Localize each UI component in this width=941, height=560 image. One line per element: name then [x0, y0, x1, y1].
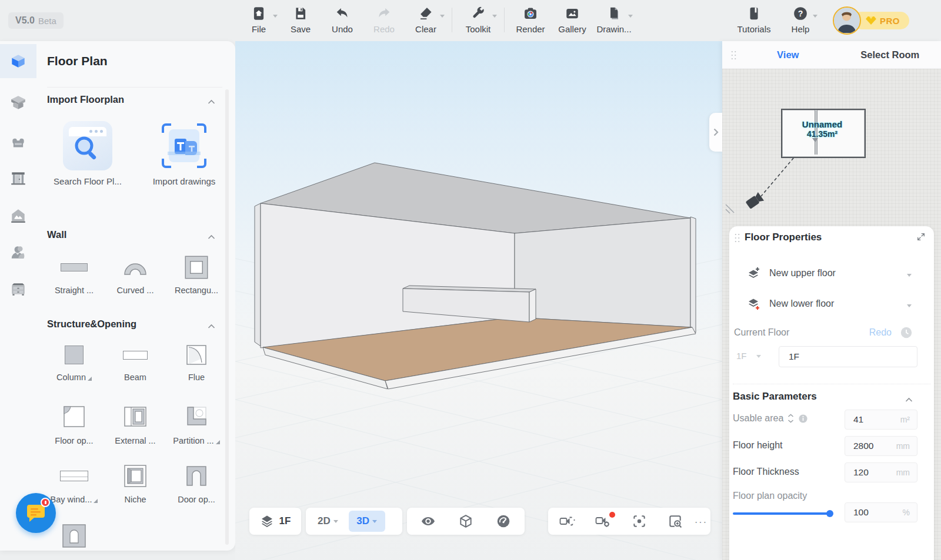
- item-door-opening[interactable]: Door op...: [167, 462, 226, 504]
- history-clock-icon[interactable]: [900, 326, 913, 341]
- undo-button[interactable]: Undo: [323, 4, 361, 34]
- chevron-down-icon[interactable]: [756, 355, 761, 358]
- orbit-cube-button[interactable]: [449, 508, 482, 535]
- rail-item-people[interactable]: [0, 236, 36, 270]
- chevron-down-icon[interactable]: [907, 304, 912, 307]
- item-bay-window[interactable]: Bay wind...: [45, 462, 104, 504]
- opacity-slider-knob[interactable]: [826, 510, 833, 517]
- item-search-floorplan[interactable]: Search Floor Pl...: [44, 121, 132, 186]
- floor-thickness-input[interactable]: 120 mm: [845, 462, 917, 482]
- panel-scrollbar[interactable]: [225, 89, 229, 545]
- walkthrough-eye-button[interactable]: [412, 508, 445, 535]
- avatar-photo-icon: [834, 8, 859, 33]
- usable-area-input[interactable]: 41 m²: [845, 410, 917, 430]
- floorplan-minimap[interactable]: Unnamed 41.35m²: [722, 68, 941, 222]
- help-caret-icon[interactable]: [813, 15, 817, 18]
- eye-icon: [421, 514, 436, 529]
- item-niche[interactable]: Niche: [106, 462, 165, 504]
- right-panel: View Select Room Unnamed 41.: [722, 41, 941, 560]
- collapse-panel-button[interactable]: [709, 113, 722, 152]
- rail-item-doors[interactable]: [0, 162, 36, 196]
- drawing-button[interactable]: Drawin...: [595, 4, 633, 34]
- import-drawings-icon: [159, 121, 209, 170]
- viewport-3d[interactable]: 1F 2D 3D: [235, 41, 722, 560]
- save-button[interactable]: Save: [282, 4, 319, 34]
- toolkit-caret-icon[interactable]: [492, 15, 497, 18]
- opacity-input[interactable]: 100 %: [845, 502, 917, 522]
- wall-handle-down-icon[interactable]: [812, 138, 818, 142]
- file-caret-icon[interactable]: [273, 15, 278, 18]
- floor-height-input[interactable]: 2800 mm: [845, 436, 917, 456]
- column-icon: [65, 346, 84, 364]
- rail-item-furniture[interactable]: [0, 126, 36, 160]
- zoom-region-button[interactable]: [659, 508, 692, 535]
- help-button[interactable]: ? Help: [783, 4, 817, 34]
- expand-panel-icon[interactable]: [916, 232, 926, 244]
- item-curved-wall[interactable]: Curved ...: [106, 254, 165, 295]
- floor-selector-button[interactable]: 1F: [249, 508, 301, 535]
- sort-toggle-icon[interactable]: [787, 414, 794, 423]
- item-beam[interactable]: Beam: [106, 342, 165, 382]
- current-floor-label: Current Floor: [734, 327, 789, 338]
- tab-select-room[interactable]: Select Room: [839, 49, 941, 61]
- item-partial[interactable]: [45, 522, 104, 550]
- item-straight-wall[interactable]: Straight ...: [45, 254, 104, 295]
- rail-item-floorplan[interactable]: [0, 44, 36, 78]
- floor-name-input[interactable]: 1F: [779, 346, 917, 367]
- version-badge: V5.0 Beta: [8, 12, 64, 29]
- render-button[interactable]: Render: [512, 4, 549, 34]
- clear-button[interactable]: Clear: [407, 4, 445, 34]
- item-partition[interactable]: Partition ...: [167, 402, 226, 445]
- resize-handle-icon: [726, 204, 734, 213]
- rail-item-cabinets[interactable]: [0, 272, 36, 306]
- clear-caret-icon[interactable]: [440, 15, 445, 18]
- section-title-import-floorplan: Import Floorplan: [47, 94, 124, 105]
- cube-icon: [458, 514, 473, 529]
- item-flue[interactable]: Flue: [167, 342, 226, 382]
- collapse-chevron-icon[interactable]: [905, 394, 913, 405]
- redo-floor-link[interactable]: Redo: [869, 327, 892, 338]
- more-tools-button[interactable]: ...: [695, 513, 708, 529]
- gallery-button[interactable]: Gallery: [553, 4, 591, 34]
- room-area: 41.35m²: [782, 129, 862, 139]
- item-column[interactable]: Column: [45, 342, 104, 382]
- tutorials-button[interactable]: Tutorials: [733, 4, 775, 34]
- new-upper-floor-button[interactable]: New upper floor: [747, 266, 836, 280]
- redo-button[interactable]: Redo: [365, 4, 403, 34]
- mode-2d-button[interactable]: 2D: [318, 515, 338, 527]
- item-external-window[interactable]: External ...: [106, 402, 165, 445]
- mode-3d-button[interactable]: 3D: [349, 511, 385, 532]
- new-lower-floor-button[interactable]: New lower floor: [747, 297, 834, 311]
- divider: [47, 87, 222, 88]
- item-floor-opening[interactable]: Floor op...: [45, 402, 104, 445]
- performance-gauge-button[interactable]: [487, 508, 520, 535]
- wrench-icon: [470, 4, 486, 23]
- user-avatar[interactable]: [833, 6, 861, 35]
- chevron-down-icon[interactable]: [907, 274, 912, 277]
- pro-badge[interactable]: PRO: [853, 12, 909, 29]
- tab-view[interactable]: View: [737, 49, 839, 61]
- rail-item-decorate[interactable]: [0, 199, 36, 233]
- beta-label: Beta: [38, 16, 56, 26]
- add-upper-floor-icon: [747, 266, 761, 280]
- camera-settings-button[interactable]: [587, 508, 620, 535]
- file-button[interactable]: File: [240, 4, 278, 34]
- toolkit-button[interactable]: Toolkit: [459, 4, 497, 34]
- floor-select[interactable]: 1F: [736, 351, 747, 361]
- collapse-chevron-icon[interactable]: [208, 321, 215, 331]
- item-rectangular-wall[interactable]: Rectangu...: [167, 254, 226, 295]
- drag-handle-icon[interactable]: [734, 233, 740, 243]
- camera-view-select-button[interactable]: [551, 508, 584, 535]
- collapse-chevron-icon[interactable]: [208, 232, 215, 242]
- focus-center-button[interactable]: [623, 508, 656, 535]
- opacity-slider[interactable]: [733, 512, 830, 515]
- rail-item-floors[interactable]: [0, 86, 36, 120]
- collapse-chevron-icon[interactable]: [208, 96, 215, 107]
- support-chat-button[interactable]: [16, 493, 56, 533]
- tutorials-icon: [746, 4, 762, 23]
- drag-handle-icon[interactable]: [730, 50, 737, 60]
- minimap-room[interactable]: Unnamed 41.35m²: [781, 109, 866, 158]
- info-icon[interactable]: [798, 414, 808, 424]
- item-import-drawings[interactable]: Import drawings: [140, 121, 228, 186]
- drawing-caret-icon[interactable]: [628, 15, 633, 18]
